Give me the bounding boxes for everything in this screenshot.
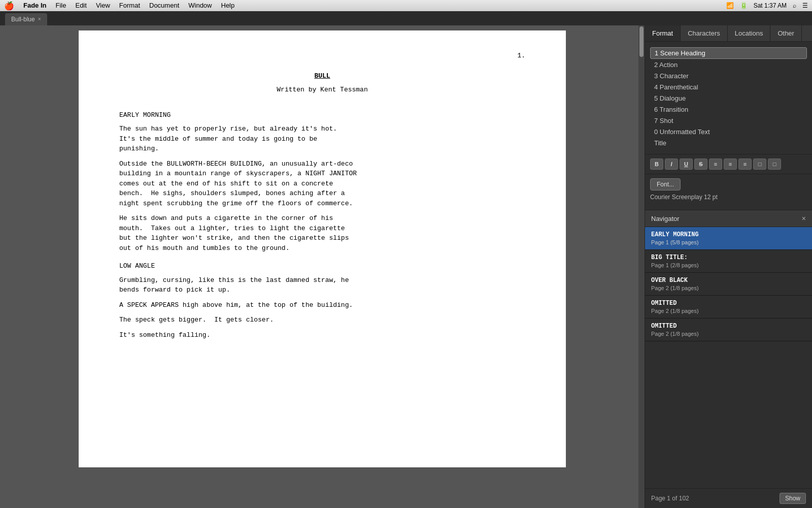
nav-item-title: OVER BLACK — [651, 277, 806, 284]
nav-item-title: OMITTED — [651, 323, 806, 330]
menu-window[interactable]: Window — [184, 0, 216, 11]
nav-list[interactable]: EARLY MORNING Page 1 (5/8 pages) BIG TIT… — [645, 227, 812, 488]
scrollbar-thumb[interactable] — [639, 26, 644, 57]
script-byline: Written by Kent Tessman — [119, 85, 525, 95]
format-toolbar: B I U S ≡ ≡ ≡ □ □ — [645, 154, 812, 174]
menu-edit[interactable]: Edit — [71, 0, 90, 11]
nav-item-big-title[interactable]: BIG TITLE: Page 1 (2/8 pages) — [645, 250, 812, 273]
page-info: Page 1 of 102 — [651, 495, 689, 502]
action-paragraph-3: He sits down and puts a cigarette in the… — [119, 213, 525, 253]
format-item-unformatted[interactable]: 0 Unformatted Text — [650, 126, 807, 137]
wifi-icon: 📶 — [726, 2, 734, 9]
underline-button[interactable]: U — [680, 158, 693, 170]
nav-footer: Page 1 of 102 Show — [645, 488, 812, 508]
format-item-dialogue[interactable]: 5 Dialogue — [650, 93, 807, 104]
apple-menu[interactable]: 🍎 — [4, 1, 14, 11]
format-item-parenthetical[interactable]: 4 Parenthetical — [650, 82, 807, 92]
italic-button[interactable]: I — [665, 158, 678, 170]
nav-item-sub: Page 2 (1/8 pages) — [651, 308, 806, 314]
nav-item-sub: Page 1 (2/8 pages) — [651, 262, 806, 268]
main-layout: 1. BULL Written by Kent Tessman EARLY MO… — [0, 25, 812, 508]
battery-icon: 🔋 — [740, 2, 748, 9]
list-icon[interactable]: ☰ — [802, 2, 808, 9]
format-item-action[interactable]: 2 Action — [650, 59, 807, 70]
format-list: 1 Scene Heading 2 Action 3 Character 4 P… — [645, 42, 812, 154]
action-paragraph-1: The sun has yet to properly rise, but al… — [119, 124, 525, 154]
action-paragraph-7: It's something falling. — [119, 330, 525, 340]
search-icon[interactable]: ⌕ — [793, 2, 796, 9]
page-number: 1. — [119, 51, 525, 61]
scene-heading-early-morning: EARLY MORNING — [119, 110, 525, 120]
menu-document[interactable]: Document — [145, 0, 183, 11]
tab-characters[interactable]: Characters — [681, 25, 728, 41]
align-left-button[interactable]: ≡ — [709, 158, 722, 170]
format-panel: Format Characters Locations Other 1 Scen… — [645, 25, 812, 210]
tabbar: Bull-blue × — [0, 11, 812, 25]
show-button[interactable]: Show — [780, 493, 806, 504]
menu-help[interactable]: Help — [217, 0, 239, 11]
outdent-button[interactable]: □ — [768, 158, 781, 170]
bold-button[interactable]: B — [650, 158, 663, 170]
nav-item-title: OMITTED — [651, 300, 806, 307]
nav-item-over-black[interactable]: OVER BLACK Page 2 (1/8 pages) — [645, 273, 812, 296]
app-name[interactable]: Fade In — [19, 0, 51, 11]
menubar-right: 📶 🔋 Sat 1:37 AM ⌕ ☰ — [726, 2, 808, 9]
panel-tabs: Format Characters Locations Other — [645, 25, 812, 42]
nav-item-omitted-2[interactable]: OMITTED Page 2 (1/8 pages) — [645, 319, 812, 341]
script-page[interactable]: 1. BULL Written by Kent Tessman EARLY MO… — [79, 30, 566, 467]
format-item-character[interactable]: 3 Character — [650, 71, 807, 81]
format-item-transition[interactable]: 6 Transition — [650, 104, 807, 115]
font-info: Courier Screenplay 12 pt — [650, 194, 807, 201]
editor-area[interactable]: 1. BULL Written by Kent Tessman EARLY MO… — [0, 25, 645, 508]
action-paragraph-5: A SPECK APPEARS high above him, at the t… — [119, 300, 525, 310]
menu-format[interactable]: Format — [115, 0, 144, 11]
nav-item-early-morning[interactable]: EARLY MORNING Page 1 (5/8 pages) — [645, 227, 812, 250]
nav-item-title: EARLY MORNING — [651, 231, 806, 238]
align-right-button[interactable]: ≡ — [738, 158, 752, 170]
tab-label: Bull-blue — [11, 13, 35, 25]
strikethrough-button[interactable]: S — [694, 158, 707, 170]
navigator-panel: Navigator × EARLY MORNING Page 1 (5/8 pa… — [645, 210, 812, 508]
nav-item-sub: Page 1 (5/8 pages) — [651, 239, 806, 245]
action-paragraph-6: The speck gets bigger. It gets closer. — [119, 315, 525, 325]
nav-item-sub: Page 2 (1/8 pages) — [651, 285, 806, 291]
editor-scrollbar[interactable] — [638, 25, 645, 508]
document-tab[interactable]: Bull-blue × — [5, 13, 47, 25]
font-button[interactable]: Font... — [650, 178, 681, 190]
format-item-title[interactable]: Title — [650, 138, 807, 148]
nav-item-title: BIG TITLE: — [651, 254, 806, 261]
navigator-header: Navigator × — [645, 210, 812, 227]
menubar: 🍎 Fade In File Edit View Format Document… — [0, 0, 812, 11]
clock: Sat 1:37 AM — [754, 2, 787, 9]
font-section: Font... Courier Screenplay 12 pt — [645, 174, 812, 205]
script-title: BULL — [119, 71, 525, 81]
tab-format[interactable]: Format — [645, 25, 681, 41]
tab-other[interactable]: Other — [770, 25, 802, 41]
action-paragraph-2: Outside the BULLWORTH-BEECH BUILDING, an… — [119, 159, 525, 209]
format-item-scene-heading[interactable]: 1 Scene Heading — [650, 47, 807, 59]
indent-button[interactable]: □ — [753, 158, 766, 170]
navigator-close-button[interactable]: × — [802, 214, 806, 223]
action-paragraph-4: Grumbling, cursing, like this is the las… — [119, 275, 525, 295]
tab-locations[interactable]: Locations — [728, 25, 771, 41]
nav-item-omitted-1[interactable]: OMITTED Page 2 (1/8 pages) — [645, 296, 812, 319]
scene-heading-low-angle: LOW ANGLE — [119, 261, 525, 271]
menu-view[interactable]: View — [92, 0, 114, 11]
nav-item-sub: Page 2 (1/8 pages) — [651, 331, 806, 337]
tab-close-button[interactable]: × — [38, 13, 41, 25]
menu-file[interactable]: File — [52, 0, 71, 11]
align-center-button[interactable]: ≡ — [724, 158, 737, 170]
navigator-title: Navigator — [651, 215, 680, 223]
format-item-shot[interactable]: 7 Shot — [650, 115, 807, 126]
right-panel: Format Characters Locations Other 1 Scen… — [645, 25, 812, 508]
